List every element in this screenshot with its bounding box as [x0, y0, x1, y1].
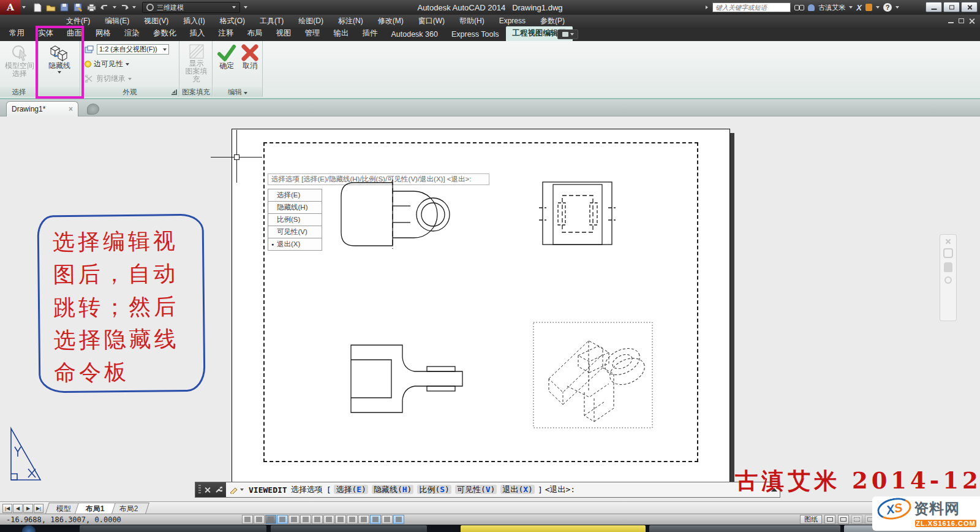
- viewedit-option[interactable]: 隐藏线(H): [268, 201, 322, 214]
- menu-item[interactable]: 帮助(H): [452, 15, 492, 28]
- open-file-icon[interactable]: [45, 2, 56, 13]
- first-layout-icon[interactable]: |◀: [2, 504, 12, 513]
- ribbon-tab[interactable]: 参数化: [146, 26, 183, 41]
- ribbon-tab[interactable]: 插入: [183, 26, 212, 41]
- viewedit-option[interactable]: 比例(S): [268, 213, 322, 226]
- undo-icon[interactable]: [99, 2, 110, 13]
- panel-footer-select[interactable]: 选择: [0, 87, 38, 97]
- front-view-drawing[interactable]: [334, 179, 462, 249]
- file-tab-close-icon[interactable]: ×: [69, 105, 73, 113]
- ok-button[interactable]: 确定: [216, 44, 238, 70]
- new-file-icon[interactable]: [32, 2, 43, 13]
- recent-commands-caret-icon[interactable]: [240, 488, 244, 491]
- navigation-bar[interactable]: [940, 234, 957, 321]
- comm-caret-icon[interactable]: [876, 6, 880, 9]
- toggle-grid-icon[interactable]: [265, 515, 276, 524]
- restore-button[interactable]: [943, 2, 960, 12]
- search-binoculars-icon[interactable]: [794, 5, 804, 10]
- navbar-close-icon[interactable]: [946, 239, 951, 244]
- next-layout-icon[interactable]: ▶: [23, 504, 33, 513]
- signed-in-user[interactable]: 古滇艾米: [818, 3, 845, 12]
- command-option[interactable]: 可见性(V): [455, 485, 497, 494]
- ribbon-tab[interactable]: 输出: [327, 26, 356, 41]
- command-line-bar[interactable]: VIEWEDIT 选择选项 [ 选择(E)隐藏线(H)比例(S)可见性(V)退出…: [195, 482, 780, 498]
- panel-footer-appearance[interactable]: 外观: [81, 87, 179, 97]
- taskbar-app[interactable]: [271, 525, 427, 532]
- communication-center-icon[interactable]: [865, 4, 872, 11]
- viewedit-option[interactable]: 选择(E): [268, 189, 322, 202]
- annotation-scale-icon[interactable]: [851, 515, 862, 524]
- ribbon-tab[interactable]: 网格: [89, 26, 118, 41]
- ribbon-minimize-button[interactable]: [557, 29, 578, 39]
- toggle-dyn-icon[interactable]: [347, 515, 358, 524]
- toggle-snap-icon[interactable]: [254, 515, 265, 524]
- model-space-select-button[interactable]: 模型空间选择: [5, 44, 34, 78]
- show-hatch-button[interactable]: 显示图案填充: [182, 44, 211, 83]
- redo-caret-icon[interactable]: [132, 6, 136, 9]
- toggle-ducs-icon[interactable]: [335, 515, 346, 524]
- pan-hand-icon[interactable]: [944, 262, 952, 272]
- doc-minimize-icon[interactable]: [948, 22, 954, 23]
- menu-item[interactable]: 编辑(E): [97, 15, 137, 28]
- toggle-ortho-icon[interactable]: [277, 515, 288, 524]
- cancel-button[interactable]: 取消: [239, 44, 261, 70]
- layout-tab-布局1[interactable]: 布局1: [75, 503, 116, 514]
- infocenter-collapse-icon[interactable]: [706, 6, 708, 9]
- command-line-grip[interactable]: [195, 482, 226, 497]
- panel-footer-edit[interactable]: 编辑: [213, 87, 262, 97]
- toggle-qp-icon[interactable]: [382, 515, 393, 524]
- doc-close-icon[interactable]: [969, 18, 975, 24]
- toggle-lwt-icon[interactable]: [358, 515, 369, 524]
- menu-item[interactable]: 修改(M): [371, 15, 411, 28]
- plot-icon[interactable]: [86, 2, 97, 13]
- last-layout-icon[interactable]: ▶|: [34, 504, 43, 513]
- close-button[interactable]: [961, 2, 978, 12]
- command-option[interactable]: 退出(X): [500, 485, 534, 494]
- menu-item[interactable]: 标注(N): [331, 15, 371, 28]
- scale-dropdown[interactable]: 1:2 (来自父视图(F)): [97, 44, 169, 55]
- search-input[interactable]: [712, 2, 791, 12]
- command-option[interactable]: 比例(S): [417, 485, 451, 494]
- toggle-osnap-icon[interactable]: [300, 515, 311, 524]
- save-icon[interactable]: [59, 2, 70, 13]
- taskbar-app[interactable]: [461, 525, 646, 532]
- ribbon-tab[interactable]: Autodesk 360: [385, 28, 445, 41]
- minimize-button[interactable]: [925, 2, 942, 12]
- ribbon-tab[interactable]: 布局: [241, 26, 270, 41]
- appearance-dialog-launcher-icon[interactable]: [172, 89, 177, 95]
- ribbon-tab[interactable]: 插件: [356, 26, 385, 41]
- taskbar-app[interactable]: [649, 525, 840, 532]
- redo-icon[interactable]: [119, 2, 130, 13]
- menu-item[interactable]: 窗口(W): [411, 15, 452, 28]
- ribbon-tab[interactable]: 渲染: [118, 26, 146, 41]
- menu-item[interactable]: 视图(V): [137, 15, 176, 28]
- prev-layout-icon[interactable]: ◀: [13, 504, 23, 513]
- app-logo-icon[interactable]: A: [0, 0, 21, 15]
- ribbon-tab[interactable]: 管理: [298, 26, 327, 41]
- viewedit-option[interactable]: ●退出(X): [268, 238, 322, 251]
- drawing-file-tab[interactable]: Drawing1* ×: [6, 101, 78, 116]
- help-icon[interactable]: ?: [883, 3, 892, 12]
- top-view-drawing[interactable]: [340, 340, 469, 417]
- ribbon-tab[interactable]: Express Tools: [445, 28, 506, 41]
- app-menu-caret-icon[interactable]: [22, 6, 26, 9]
- paper-model-toggle[interactable]: 图纸: [800, 515, 822, 524]
- menu-item[interactable]: 格式(O): [213, 15, 252, 28]
- recent-commands-icon[interactable]: [230, 486, 239, 494]
- toggle-3dosnap-icon[interactable]: [312, 515, 323, 524]
- help-caret-icon[interactable]: [895, 6, 899, 9]
- toggle-infer-icon[interactable]: [242, 515, 253, 524]
- workspace-switcher[interactable]: 三维建模: [142, 2, 240, 13]
- toggle-otrack-icon[interactable]: [323, 515, 334, 524]
- command-option[interactable]: 隐藏线(H): [372, 485, 413, 494]
- clip-inherit-button[interactable]: 剪切继承: [85, 74, 132, 84]
- steering-wheel-icon[interactable]: [943, 248, 953, 258]
- ribbon-tab[interactable]: 注释: [212, 26, 241, 41]
- taskbar-app[interactable]: [80, 525, 266, 532]
- menu-item[interactable]: 绘图(D): [291, 15, 331, 28]
- doc-restore-icon[interactable]: [959, 18, 964, 23]
- zoom-icon[interactable]: [944, 276, 952, 284]
- toggle-sc-icon[interactable]: [393, 515, 404, 524]
- menu-item[interactable]: 工具(T): [252, 15, 291, 28]
- toggle-polar-icon[interactable]: [288, 515, 300, 524]
